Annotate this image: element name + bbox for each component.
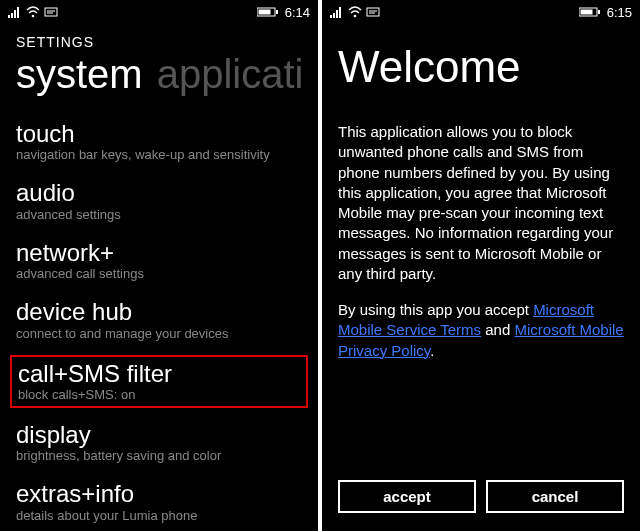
item-subtitle: connect to and manage your devices [16,326,302,341]
settings-screen: 6:14 SETTINGS system applicati touch nav… [0,0,318,531]
svg-rect-5 [45,8,57,16]
svg-point-4 [32,15,35,18]
clock: 6:14 [285,5,310,20]
pivot-applications[interactable]: applicati [157,52,302,97]
settings-list: touch navigation bar keys, wake-up and s… [16,121,302,523]
svg-rect-2 [14,10,16,18]
svg-rect-13 [336,10,338,18]
item-subtitle: advanced call settings [16,266,302,281]
battery-icon [579,7,601,17]
settings-item-touch[interactable]: touch navigation bar keys, wake-up and s… [16,121,302,162]
cancel-button[interactable]: cancel [486,480,624,513]
battery-icon [257,7,279,17]
accept-button[interactable]: accept [338,480,476,513]
button-row: accept cancel [338,480,624,513]
svg-rect-9 [258,10,270,15]
signal-icon [330,6,344,18]
svg-rect-1 [11,13,13,18]
welcome-body: This application allows you to block unw… [338,122,624,284]
settings-item-display[interactable]: display brightness, battery saving and c… [16,422,302,463]
item-title: call+SMS filter [18,361,300,387]
svg-rect-14 [339,7,341,18]
svg-rect-16 [367,8,379,16]
wifi-icon [348,6,362,18]
status-bar: 6:15 [322,0,640,24]
settings-item-call-sms-filter[interactable]: call+SMS filter block calls+SMS: on [10,355,308,408]
terms-mid: and [481,321,514,338]
settings-item-device-hub[interactable]: device hub connect to and manage your de… [16,299,302,340]
svg-rect-21 [598,10,600,14]
wifi-icon [26,6,40,18]
item-subtitle: block calls+SMS: on [18,387,300,402]
pivot-system[interactable]: system [16,52,143,97]
svg-rect-0 [8,15,10,18]
welcome-screen: 6:15 Welcome This application allows you… [322,0,640,531]
svg-rect-10 [276,10,278,14]
item-title: network+ [16,240,302,266]
svg-rect-3 [17,7,19,18]
terms-prefix: By using this app you accept [338,301,533,318]
item-title: display [16,422,302,448]
svg-rect-20 [580,10,592,15]
page-header: SETTINGS [16,34,302,50]
item-title: device hub [16,299,302,325]
item-subtitle: navigation bar keys, wake-up and sensiti… [16,147,302,162]
settings-item-network[interactable]: network+ advanced call settings [16,240,302,281]
item-title: extras+info [16,481,302,507]
message-icon [44,6,58,18]
terms-suffix: . [430,342,434,359]
item-subtitle: brightness, battery saving and color [16,448,302,463]
terms-text: By using this app you accept Microsoft M… [338,300,624,361]
settings-item-extras-info[interactable]: extras+info details about your Lumia pho… [16,481,302,522]
status-bar: 6:14 [0,0,318,24]
item-title: audio [16,180,302,206]
pivot-tabs: system applicati [16,52,302,97]
svg-rect-11 [330,15,332,18]
welcome-title: Welcome [338,42,624,92]
svg-point-15 [354,15,357,18]
clock: 6:15 [607,5,632,20]
item-title: touch [16,121,302,147]
item-subtitle: advanced settings [16,207,302,222]
signal-icon [8,6,22,18]
settings-item-audio[interactable]: audio advanced settings [16,180,302,221]
message-icon [366,6,380,18]
item-subtitle: details about your Lumia phone [16,508,302,523]
svg-rect-12 [333,13,335,18]
